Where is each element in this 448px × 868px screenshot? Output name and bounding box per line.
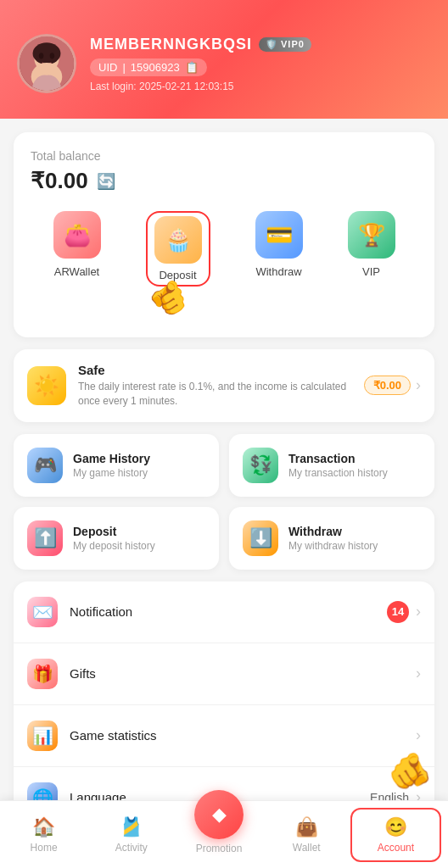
uid-divider: |	[122, 61, 125, 74]
arwallet-icon-wrap: 👛	[53, 211, 101, 259]
transaction-title: Transaction	[288, 452, 388, 465]
game-history-subtitle: My game history	[73, 467, 150, 479]
game-icon: 🎮	[34, 454, 57, 476]
withdraw-icon: 💳	[266, 222, 293, 248]
uid-row: UID | 15906923 📋	[90, 58, 311, 76]
safe-description: The daily interest rate is 0.1%, and the…	[78, 380, 352, 409]
withdraw-history-subtitle: My withdraw history	[288, 540, 378, 552]
avatar-image	[20, 36, 74, 91]
notification-right: 14 ›	[387, 601, 421, 623]
game-history-icon: 🎮	[27, 448, 63, 483]
deposit-hand-pointer: 🫵	[145, 274, 193, 320]
copy-icon[interactable]: 📋	[185, 61, 199, 74]
notification-chevron-icon: ›	[416, 603, 421, 620]
action-withdraw[interactable]: 💳 Withdraw	[255, 211, 303, 287]
game-stats-label: Game statistics	[70, 728, 404, 743]
gifts-menu-icon: 🎁	[27, 659, 58, 689]
deposit-h-icon: ⬆️	[34, 527, 57, 549]
safe-info: Safe The daily interest rate is 0.1%, an…	[78, 363, 352, 409]
deposit-history-title: Deposit	[73, 525, 155, 538]
avatar	[17, 34, 76, 93]
notification-badge: 14	[387, 601, 409, 623]
username: MEMBERNNGKBQSI 🛡️ VIP0	[90, 36, 311, 53]
home-icon: 🏠	[32, 816, 55, 838]
bottom-nav: 🏠 Home 🎽 Activity ◆ Promotion 👜 Wallet 😊…	[0, 800, 448, 868]
withdraw-history-text: Withdraw My withdraw history	[288, 525, 378, 552]
activity-icon: 🎽	[120, 816, 143, 838]
deposit-icon-wrap: 🧁	[154, 216, 202, 264]
safe-icon-wrap: ☀️	[27, 366, 66, 405]
history-grid: 🎮 Game History My game history 💱 Transac…	[14, 434, 434, 570]
vip-icon-wrap: 🏆	[348, 211, 395, 259]
vip-icon: 🛡️	[266, 39, 278, 50]
action-arwallet[interactable]: 👛 ARWallet	[53, 211, 101, 287]
vip-action-icon: 🏆	[358, 222, 385, 248]
safe-title: Safe	[78, 363, 352, 377]
user-info: MEMBERNNGKBQSI 🛡️ VIP0 UID | 15906923 📋 …	[90, 36, 311, 92]
last-login: Last login: 2025-02-21 12:03:15	[90, 81, 311, 92]
withdraw-history-item[interactable]: ⬇️ Withdraw My withdraw history	[229, 507, 434, 570]
promotion-label: Promotion	[196, 843, 243, 854]
transaction-icon: 💱	[243, 448, 278, 483]
gifts-menu-item[interactable]: 🎁 Gifts ›	[14, 643, 434, 705]
wallet-label: Wallet	[293, 842, 321, 854]
withdraw-history-icon: ⬇️	[243, 520, 278, 556]
quick-actions: 👛 ARWallet 🧁 Deposit 💳 Withdraw	[31, 211, 417, 287]
uid-badge: UID | 15906923 📋	[90, 58, 207, 76]
withdraw-history-title: Withdraw	[288, 525, 378, 538]
deposit-icon: 🧁	[165, 227, 192, 253]
action-vip[interactable]: 🏆 VIP	[348, 211, 395, 287]
account-icon: 😊	[384, 816, 407, 838]
deposit-history-subtitle: My deposit history	[73, 540, 155, 552]
withdraw-icon-wrap: 💳	[255, 211, 303, 259]
nav-account[interactable]: 😊 Account	[350, 808, 441, 862]
gifts-label: Gifts	[70, 666, 404, 681]
hand-pointer-area: 🫵	[31, 278, 417, 320]
game-stats-right: ›	[416, 726, 421, 744]
withdraw-label: Withdraw	[255, 265, 301, 278]
withdraw-h-icon: ⬇️	[249, 527, 272, 549]
notification-menu-icon: ✉️	[27, 597, 58, 627]
safe-chevron-icon: ›	[416, 376, 421, 394]
arwallet-icon: 👛	[64, 222, 91, 248]
activity-label: Activity	[115, 842, 148, 854]
deposit-history-text: Deposit My deposit history	[73, 525, 155, 552]
nav-promotion[interactable]: ◆ Promotion	[175, 783, 262, 861]
promotion-circle: ◆	[194, 790, 244, 839]
home-label: Home	[31, 842, 58, 854]
safe-right: ₹0.00 ›	[364, 376, 421, 395]
game-history-title: Game History	[73, 452, 150, 465]
notification-menu-item[interactable]: ✉️ Notification 14 ›	[14, 581, 434, 643]
account-label: Account	[378, 842, 414, 854]
refresh-icon[interactable]: 🔄	[97, 172, 115, 191]
transaction-item[interactable]: 💱 Transaction My transaction history	[229, 434, 434, 497]
svg-point-4	[50, 53, 54, 58]
nav-activity[interactable]: 🎽 Activity	[87, 810, 175, 860]
deposit-history-icon: ⬆️	[27, 520, 63, 556]
game-stats-chevron-icon: ›	[416, 726, 421, 744]
game-stats-menu-icon: 📊	[27, 721, 58, 751]
transaction-icon-symbol: 💱	[249, 454, 272, 476]
game-stats-menu-item[interactable]: 📊 Game statistics ›	[14, 705, 434, 767]
header: MEMBERNNGKBQSI 🛡️ VIP0 UID | 15906923 📋 …	[0, 0, 448, 119]
wallet-icon: 👜	[295, 816, 318, 838]
deposit-history-item[interactable]: ⬆️ Deposit My deposit history	[14, 507, 219, 570]
balance-card: Total balance ₹0.00 🔄 👛 ARWallet 🧁 Depos…	[14, 132, 434, 337]
arwallet-label: ARWallet	[54, 265, 99, 278]
vip-badge: 🛡️ VIP0	[259, 37, 311, 52]
transaction-text: Transaction My transaction history	[288, 452, 388, 479]
gifts-right: ›	[416, 665, 421, 682]
balance-amount: ₹0.00 🔄	[31, 168, 417, 194]
game-history-text: Game History My game history	[73, 452, 150, 479]
safe-amount: ₹0.00	[364, 376, 411, 395]
nav-home[interactable]: 🏠 Home	[0, 810, 87, 860]
promotion-circle-icon: ◆	[212, 804, 227, 826]
gifts-chevron-icon: ›	[416, 665, 421, 682]
nav-wallet[interactable]: 👜 Wallet	[263, 810, 350, 860]
safe-icon: ☀️	[34, 374, 59, 398]
transaction-subtitle: My transaction history	[288, 467, 388, 479]
safe-card[interactable]: ☀️ Safe The daily interest rate is 0.1%,…	[14, 349, 434, 422]
notification-label: Notification	[70, 604, 375, 619]
game-history-item[interactable]: 🎮 Game History My game history	[14, 434, 219, 497]
vip-label: VIP	[362, 265, 380, 278]
